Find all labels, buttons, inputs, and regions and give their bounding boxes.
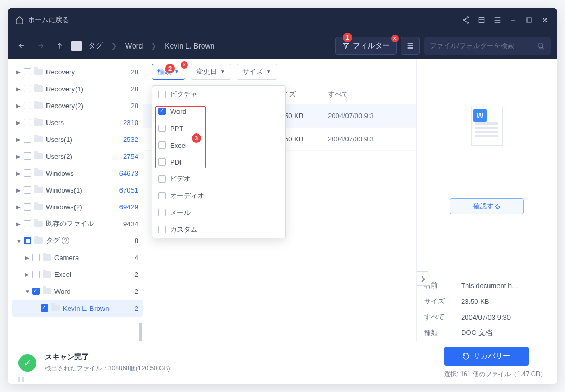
dropdown-option[interactable]: ピクチャ (152, 86, 285, 103)
chevron-down-icon: ▼ (220, 69, 225, 74)
checkbox[interactable] (41, 304, 48, 312)
checkbox[interactable] (32, 271, 40, 278)
checkbox[interactable] (158, 108, 166, 115)
sidebar-item[interactable]: ▶Recovery(1)28 (12, 80, 143, 97)
filter-clear-badge[interactable]: ✕ (391, 35, 399, 42)
sidebar-item-count: 2 (135, 288, 138, 295)
share-icon[interactable] (461, 15, 470, 25)
back-button[interactable] (14, 39, 29, 53)
sidebar-item-count: 4 (135, 254, 138, 262)
status-bar: ✓ スキャン完了 検出されたファイル：308868個(120.50 GB) リカ… (8, 341, 557, 384)
sidebar-item[interactable]: ▶Recovery28 (12, 63, 143, 80)
checkbox[interactable] (158, 192, 166, 199)
filter-size-dropdown[interactable]: サイズ ▼ (237, 64, 277, 80)
checkbox[interactable] (158, 158, 166, 166)
dropdown-option-label: Word (170, 108, 186, 116)
folder-icon (43, 271, 51, 278)
info-size-key: サイズ (424, 297, 461, 306)
checkbox[interactable] (158, 91, 166, 98)
dropdown-option-label: PPT (170, 125, 183, 132)
dropdown-option[interactable]: メール (152, 204, 285, 221)
cell-date: 2004/07/03 9:3 (328, 112, 416, 120)
checkbox[interactable] (24, 220, 31, 227)
collapse-preview-button[interactable]: ❯ (417, 271, 429, 286)
sidebar-item[interactable]: ▼Word2 (12, 283, 143, 300)
checkbox[interactable] (24, 169, 31, 177)
dropdown-option[interactable]: PPT (152, 120, 285, 137)
checkbox[interactable] (158, 141, 166, 149)
sidebar-item-label: Recovery(1) (46, 85, 83, 93)
checkbox[interactable] (24, 102, 31, 109)
filter-date-dropdown[interactable]: 変更日 ▼ (191, 64, 231, 80)
caret-icon: ▶ (16, 69, 24, 75)
filter-type-clear[interactable]: ✕ (181, 61, 188, 69)
sidebar-item[interactable]: ▶Excel2 (12, 266, 143, 283)
checkbox[interactable] (24, 136, 31, 143)
sidebar-item[interactable]: Kevin L. Brown2 (12, 300, 143, 317)
sidebar-item[interactable]: ▶Camera4 (12, 249, 143, 266)
checkbox[interactable] (24, 203, 31, 211)
sidebar-item[interactable]: ▶Users2310 (12, 114, 143, 131)
search-field[interactable] (424, 37, 551, 55)
sidebar-item[interactable]: ▶Users(2)2754 (12, 148, 143, 165)
checkbox[interactable] (158, 209, 166, 216)
recover-button[interactable]: リカバリー (444, 347, 529, 366)
checkbox[interactable] (32, 254, 40, 261)
dropdown-option[interactable]: Word (152, 103, 285, 120)
dropdown-option[interactable]: PDF (152, 154, 285, 170)
forward-button[interactable] (33, 39, 48, 53)
sidebar-item-label: Windows(2) (46, 203, 82, 211)
menu-icon[interactable] (493, 15, 502, 25)
breadcrumb-tag[interactable]: タグ (86, 41, 105, 51)
checkbox[interactable] (24, 186, 31, 194)
sidebar-item-label: Excel (54, 271, 71, 279)
checkbox[interactable] (24, 68, 31, 75)
sidebar-item[interactable]: ▶Windows64673 (12, 165, 143, 181)
breadcrumb-owner[interactable]: Kevin L. Brown (163, 42, 216, 50)
dropdown-option[interactable]: オーディオ (152, 187, 285, 204)
checkbox[interactable] (24, 237, 31, 244)
pause-icon[interactable] (18, 377, 24, 382)
app-window: ホームに戻る タグ ❯ Word ❯ Kevin L. Brown フィルター … (8, 8, 557, 384)
checkbox[interactable] (24, 152, 31, 160)
dropdown-option[interactable]: カスタム (152, 221, 285, 238)
sidebar-item-count: 28 (131, 68, 138, 76)
dropdown-option[interactable]: ビデオ (152, 170, 285, 187)
sidebar-item[interactable]: ▶Windows(2)69429 (12, 198, 143, 215)
sidebar-item[interactable]: ▼タグ?8 (12, 232, 143, 249)
dropdown-option[interactable]: Excel (152, 137, 285, 154)
cell-date: 2004/07/03 9:3 (328, 135, 416, 143)
sidebar[interactable]: ▶Recovery28▶Recovery(1)28▶Recovery(2)28▶… (8, 59, 143, 341)
sidebar-item[interactable]: ▶Windows(1)67051 (12, 181, 143, 198)
close-button[interactable] (540, 15, 550, 25)
dropdown-option-label: ピクチャ (170, 90, 197, 99)
maximize-button[interactable] (524, 15, 534, 25)
box-icon[interactable] (477, 15, 486, 25)
scan-complete-icon: ✓ (18, 354, 36, 372)
sidebar-item[interactable]: ▶Users(1)2532 (12, 131, 143, 148)
info-type-val: DOC 文档 (461, 328, 550, 338)
view-list-button[interactable] (401, 37, 420, 55)
up-button[interactable] (52, 39, 67, 53)
info-all-val: 2004/07/03 9:30 (461, 313, 550, 321)
checkbox[interactable] (158, 125, 166, 132)
search-input[interactable] (430, 42, 532, 50)
breadcrumb-word[interactable]: Word (123, 42, 145, 50)
caret-icon: ▼ (16, 238, 24, 244)
checkbox[interactable] (32, 288, 40, 295)
checkbox[interactable] (158, 226, 166, 233)
help-icon[interactable]: ? (62, 237, 69, 244)
col-all[interactable]: すべて (328, 90, 416, 99)
preview-panel: W 確認する 名前This document h… サイズ23.50 KB すべ… (417, 59, 557, 341)
checkbox[interactable] (158, 175, 166, 183)
recover-icon (462, 352, 470, 360)
caret-icon: ▶ (16, 221, 24, 227)
home-button[interactable]: ホームに戻る (15, 15, 69, 25)
sidebar-item[interactable]: ▶Recovery(2)28 (12, 97, 143, 114)
minimize-button[interactable] (508, 15, 518, 25)
sidebar-item[interactable]: ▶既存のファイル9434 (12, 215, 143, 232)
checkbox[interactable] (24, 119, 31, 126)
checkbox[interactable] (24, 85, 31, 92)
scrollbar-thumb[interactable] (139, 323, 142, 341)
confirm-button[interactable]: 確認する (450, 198, 524, 214)
